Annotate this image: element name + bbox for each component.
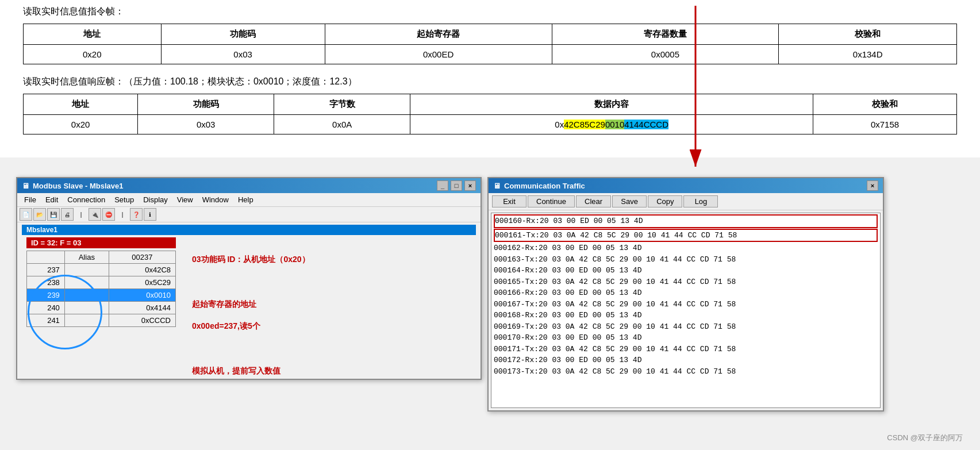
menu-view[interactable]: View [172,194,198,205]
reg-val: 0x5C29 [109,276,175,289]
log-line: 000160-Rx:20 03 00 ED 00 05 13 4D [494,214,878,228]
modbus-titlebar: 🖥 Modbus Slave - Mbslave1 _ □ × [17,178,481,193]
log-line: 000166-Rx:20 03 00 ED 00 05 13 4D [494,287,878,299]
toolbar-disconnect[interactable]: ⛔ [102,208,115,221]
modbus-content-area: Mbslave1 ID = 32: F = 03 Alias 00237 [17,222,481,379]
toolbar-connect[interactable]: 🔌 [89,208,101,221]
col-funccode2: 功能码 [138,94,274,115]
modbus-inner-title: Mbslave1 [22,225,476,235]
modbus-win-controls[interactable]: _ □ × [437,180,476,191]
reg-val: 0x0010 [109,289,175,302]
continue-button[interactable]: Continue [528,195,575,207]
log-line: 000164-Rx:20 03 00 ED 00 05 13 4D [494,265,878,276]
annotation-simulate: 模拟从机，提前写入数值 [192,366,310,376]
col-address2: 地址 [24,94,138,115]
log-line: 000162-Rx:20 03 00 ED 00 05 13 4D [494,243,878,254]
toolbar-new[interactable]: 📄 [20,208,32,221]
col-address: 地址 [24,24,162,45]
menu-edit[interactable]: Edit [41,194,63,205]
log-line: 000171-Tx:20 03 0A 42 C8 5C 29 00 10 41 … [494,344,878,355]
cell-addr2: 0x20 [24,115,138,134]
col-val: 00237 [109,251,175,264]
reg-num: 240 [27,302,65,314]
col-checksum: 校验和 [779,24,957,45]
cell-chk: 0x134D [779,45,957,64]
toolbar-about[interactable]: ℹ [144,208,156,221]
col-funccode: 功能码 [161,24,325,45]
comm-titlebar: 🖥 Communication Traffic × [489,178,883,193]
comm-close-button[interactable]: × [867,180,878,191]
modbus-menubar: File Edit Connection Setup Display View … [17,193,481,207]
log-line: 000172-Rx:20 03 00 ED 00 05 13 4D [494,355,878,366]
modbus-title-text: Modbus Slave - Mbslave1 [33,182,124,190]
annotation-start-reg: 起始寄存器的地址 [192,299,310,310]
comm-title-group: 🖥 Communication Traffic [493,182,585,190]
toolbar-sep2: | [116,208,129,221]
modbus-slave-window: 🖥 Modbus Slave - Mbslave1 _ □ × File Edi… [16,177,482,380]
comm-log-area[interactable]: 000160-Rx:20 03 00 ED 00 05 13 4D000161-… [491,213,881,408]
log-button[interactable]: Log [683,195,718,207]
toolbar-sep1: | [75,208,87,221]
annotation-id: 03功能码 ID：从机地址（0x20） [192,255,310,265]
comm-win-controls[interactable]: × [867,180,878,191]
close-button[interactable]: × [464,180,476,191]
table-row: 237 0x42C8 [27,264,176,276]
reg-val: 0x4144 [109,302,175,314]
menu-display[interactable]: Display [139,194,172,205]
menu-connection[interactable]: Connection [63,194,110,205]
menu-window[interactable]: Window [198,194,233,205]
reg-num: 239 [27,289,65,302]
intro-text: 读取实时信息值指令帧： [23,6,957,18]
table-row: 238 0x5C29 [27,276,176,289]
log-line: 000169-Tx:20 03 0A 42 C8 5C 29 00 10 41 … [494,321,878,333]
table-row: 240 0x4144 [27,302,176,314]
minimize-button[interactable]: _ [437,180,448,191]
exit-button[interactable]: Exit [492,195,526,207]
reg-alias [64,302,109,314]
reg-num: 237 [27,264,65,276]
menu-setup[interactable]: Setup [110,194,139,205]
copy-button[interactable]: Copy [648,195,682,207]
col-reg-count: 寄存器数量 [552,24,779,45]
log-line: 000168-Rx:20 03 00 ED 00 05 13 4D [494,310,878,321]
col-bytecount: 字节数 [274,94,410,115]
log-line: 000165-Tx:20 03 0A 42 C8 5C 29 00 10 41 … [494,276,878,288]
toolbar-open[interactable]: 📂 [33,208,46,221]
log-line: 000170-Rx:20 03 00 ED 00 05 13 4D [494,332,878,344]
clear-button[interactable]: Clear [576,195,611,207]
comm-toolbar: Exit Continue Clear Save Copy Log [489,193,883,210]
modbus-register-table: Alias 00237 237 0x42C8 238 [26,251,176,327]
col-data-content: 数据内容 [410,94,813,115]
toolbar-print[interactable]: 🖨 [61,208,74,221]
save-button[interactable]: Save [612,195,647,207]
reg-alias [64,264,109,276]
titlebar-title-group: 🖥 Modbus Slave - Mbslave1 [22,182,124,190]
reg-alias [64,289,109,302]
log-line: 000163-Tx:20 03 0A 42 C8 5C 29 00 10 41 … [494,254,878,266]
reg-alias [64,276,109,289]
request-table: 地址 功能码 起始寄存器 寄存器数量 校验和 0x20 0x03 0x00ED … [23,24,957,64]
modbus-id-bar: ID = 32: F = 03 [26,237,176,248]
cell-addr: 0x20 [24,45,162,64]
document-area: 读取实时信息值指令帧： 地址 功能码 起始寄存器 寄存器数量 校验和 0x20 … [0,0,980,157]
cell-count: 0x0005 [552,45,779,64]
col-start-reg: 起始寄存器 [325,24,552,45]
reg-val: 0xCCCD [109,314,175,327]
reg-alias [64,314,109,327]
col-num [27,251,65,264]
menu-help[interactable]: Help [233,194,258,205]
table-row-highlighted: 239 0x0010 [27,289,176,302]
log-line: 000161-Tx:20 03 0A 42 C8 5C 29 00 10 41 … [494,229,878,243]
col-alias: Alias [64,251,109,264]
menu-file[interactable]: File [20,194,41,205]
log-line: 000167-Tx:20 03 0A 42 C8 5C 29 00 10 41 … [494,299,878,310]
cell-start: 0x00ED [325,45,552,64]
cell-func: 0x03 [161,45,325,64]
csdn-watermark: CSDN @双子座的阿万 [887,433,963,443]
modbus-toolbar: 📄 📂 💾 🖨 | 🔌 ⛔ | ❓ ℹ [17,207,481,222]
toolbar-help[interactable]: ❓ [130,208,143,221]
cell-bytes: 0x0A [274,115,410,134]
log-line: 000173-Tx:20 03 0A 42 C8 5C 29 00 10 41 … [494,366,878,378]
maximize-button[interactable]: □ [451,180,462,191]
toolbar-save[interactable]: 💾 [47,208,60,221]
